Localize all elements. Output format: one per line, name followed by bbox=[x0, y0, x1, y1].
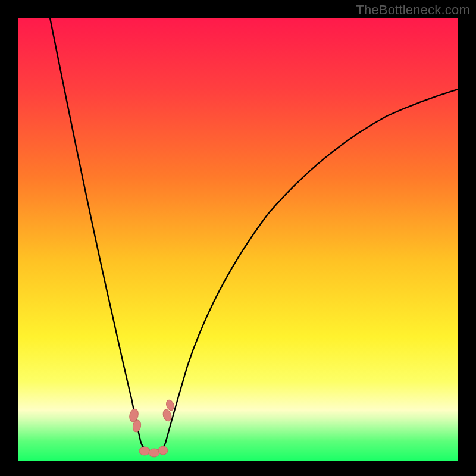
bottleneck-chart bbox=[18, 18, 458, 461]
chart-frame: TheBottleneck.com bbox=[0, 0, 476, 476]
gradient-plot-area bbox=[18, 18, 458, 461]
watermark-text: TheBottleneck.com bbox=[356, 2, 470, 18]
svg-point-5 bbox=[149, 449, 159, 457]
svg-point-6 bbox=[158, 446, 168, 455]
svg-point-4 bbox=[139, 447, 150, 455]
